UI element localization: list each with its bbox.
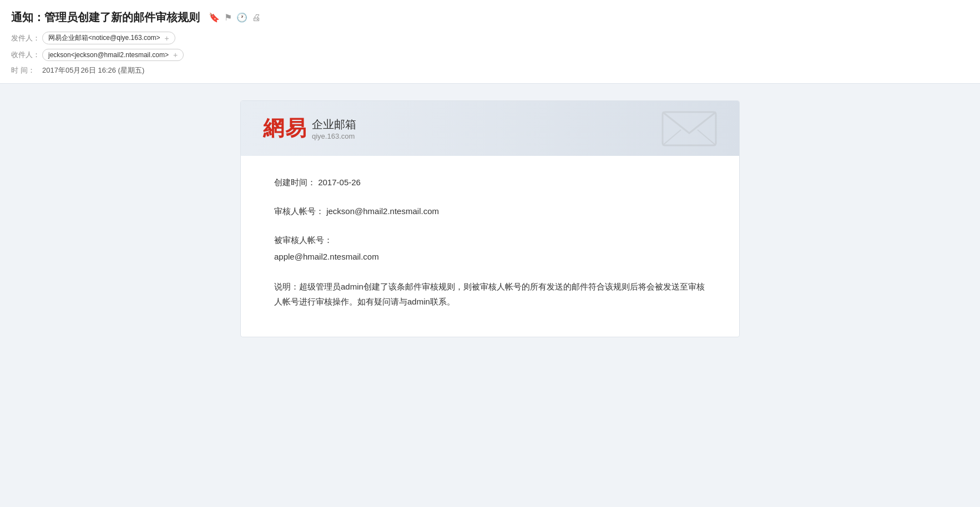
- from-value: 网易企业邮箱<notice@qiye.163.com>: [48, 33, 160, 43]
- time-label: 时 间：: [11, 65, 42, 75]
- email-container: 通知：管理员创建了新的邮件审核规则 🔖 ⚑ 🕐 🖨 发件人： 网易企业邮箱<no…: [0, 0, 980, 507]
- brand-enterprise-text: 企业邮箱: [312, 117, 356, 132]
- envelope-decoration: [661, 107, 717, 153]
- reviewed-value: apple@hmail2.ntesmail.com: [274, 250, 706, 263]
- reviewer-label: 审核人帐号：: [274, 206, 324, 216]
- brand-right: 企业邮箱 qiye.163.com: [312, 117, 356, 140]
- email-card: 網易 企业邮箱 qiye.163.com: [240, 100, 740, 337]
- brand-logo: 網易 企业邮箱 qiye.163.com: [263, 114, 356, 143]
- from-plus-button[interactable]: +: [165, 34, 169, 43]
- from-tag[interactable]: 网易企业邮箱<notice@qiye.163.com> +: [42, 32, 175, 44]
- print-icon[interactable]: 🖨: [252, 13, 261, 23]
- title-row: 通知：管理员创建了新的邮件审核规则 🔖 ⚑ 🕐 🖨: [11, 10, 969, 25]
- created-row: 创建时间： 2017-05-26: [274, 176, 706, 189]
- email-body-wrapper: 網易 企业邮箱 qiye.163.com: [0, 84, 980, 354]
- card-body: 创建时间： 2017-05-26 审核人帐号： jeckson@hmail2.n…: [241, 156, 739, 337]
- clock-icon[interactable]: 🕐: [236, 12, 247, 23]
- reviewer-row: 审核人帐号： jeckson@hmail2.ntesmail.com: [274, 205, 706, 218]
- svg-line-1: [663, 130, 681, 145]
- reviewed-row: 被审核人帐号： apple@hmail2.ntesmail.com: [274, 234, 706, 263]
- desc-label: 说明：: [274, 282, 299, 291]
- time-row: 时 间： 2017年05月26日 16:26 (星期五): [11, 65, 969, 75]
- reviewed-label: 被审核人帐号：: [274, 234, 706, 247]
- to-label: 收件人：: [11, 50, 42, 60]
- from-row: 发件人： 网易企业邮箱<notice@qiye.163.com> +: [11, 32, 969, 44]
- to-value: jeckson<jeckson@hmail2.ntesmail.com>: [48, 51, 169, 59]
- brand-netease-text: 網易: [263, 114, 307, 143]
- time-value: 2017年05月26日 16:26 (星期五): [42, 65, 144, 75]
- to-plus-button[interactable]: +: [173, 50, 178, 59]
- email-title: 通知：管理员创建了新的邮件审核规则: [11, 10, 200, 25]
- card-header: 網易 企业邮箱 qiye.163.com: [241, 101, 739, 156]
- email-header: 通知：管理员创建了新的邮件审核规则 🔖 ⚑ 🕐 🖨 发件人： 网易企业邮箱<no…: [0, 0, 980, 84]
- svg-line-2: [698, 130, 716, 145]
- bookmark-icon[interactable]: 🔖: [209, 12, 220, 23]
- toolbar-icons: 🔖 ⚑ 🕐 🖨: [209, 12, 261, 23]
- to-row: 收件人： jeckson<jeckson@hmail2.ntesmail.com…: [11, 49, 969, 61]
- created-value: 2017-05-26: [318, 178, 361, 187]
- from-label: 发件人：: [11, 33, 42, 43]
- desc-text: 超级管理员admin创建了该条邮件审核规则，则被审核人帐号的所有发送的邮件符合该…: [274, 282, 705, 306]
- created-label: 创建时间：: [274, 178, 316, 187]
- to-tag[interactable]: jeckson<jeckson@hmail2.ntesmail.com> +: [42, 49, 184, 61]
- brand-domain-text: qiye.163.com: [312, 132, 356, 140]
- flag-icon[interactable]: ⚑: [224, 12, 232, 23]
- reviewer-value: jeckson@hmail2.ntesmail.com: [326, 206, 439, 216]
- description-block: 说明：超级管理员admin创建了该条邮件审核规则，则被审核人帐号的所有发送的邮件…: [274, 279, 706, 309]
- svg-rect-0: [663, 112, 716, 145]
